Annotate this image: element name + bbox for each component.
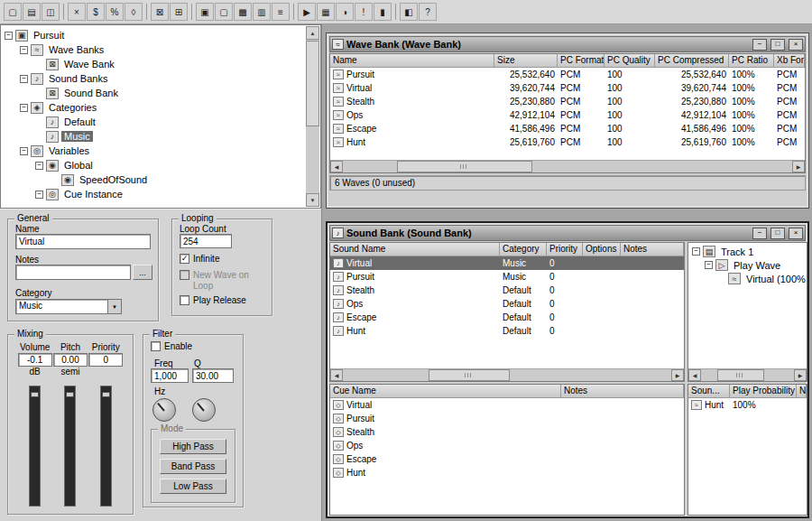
copy-button[interactable]: $ — [87, 3, 105, 21]
sound-row[interactable]: ♪Pursuit Music 0 — [330, 270, 684, 284]
tree-item[interactable]: ◉ SpeedOfSound — [49, 172, 305, 187]
column-header-priority[interactable]: Priority — [547, 243, 583, 256]
minimize-button[interactable]: − — [752, 39, 767, 51]
freq-input[interactable] — [151, 368, 189, 383]
scroll-down-button[interactable]: ▼ — [306, 193, 319, 207]
column-header-cue-sound[interactable]: Soun... — [688, 385, 730, 398]
name-input[interactable] — [15, 234, 151, 249]
open-project-button[interactable]: ▤ — [23, 3, 41, 21]
wave-row[interactable]: ≈Escape 41,586,496 PCM 100 41,586,496 10… — [330, 122, 805, 135]
new-project-button[interactable]: ▢ — [4, 3, 22, 21]
minimize-button[interactable]: − — [752, 228, 767, 239]
freq-knob[interactable] — [152, 398, 176, 422]
scroll-left-button[interactable]: ◀ — [330, 161, 343, 172]
slider-thumb[interactable] — [31, 392, 39, 397]
q-knob[interactable] — [192, 398, 216, 422]
delete-button[interactable]: ◊ — [125, 3, 143, 21]
tree-expander[interactable]: − — [20, 46, 28, 54]
wave-window-titlebar[interactable]: ≈ Wave Bank (Wave Bank) − □ × — [329, 36, 806, 52]
tree-item[interactable]: − ◈ Categories — [18, 100, 305, 115]
new-sound-bank-button[interactable]: ▢ — [215, 3, 233, 21]
tree-expander[interactable]: − — [5, 32, 13, 40]
wave-row[interactable]: ≈Ops 42,912,104 PCM 100 42,912,104 100% … — [330, 108, 805, 122]
cue-sound-row[interactable]: ≈Hunt 100% — [688, 398, 807, 412]
help-button[interactable]: ? — [419, 3, 437, 21]
sound-row[interactable]: ♪Ops Default 0 — [330, 297, 684, 311]
level-meter-button[interactable]: ▮ — [374, 3, 392, 21]
scrollbar-thumb[interactable] — [397, 161, 532, 172]
track-tree-item[interactable]: ≈ Virtual (100% — [715, 272, 807, 285]
volume-slider[interactable] — [29, 386, 41, 507]
column-header-cue-name[interactable]: Cue Name — [330, 385, 561, 398]
play-button[interactable]: ▶ — [298, 3, 316, 21]
dropdown-arrow-icon[interactable]: ▼ — [107, 300, 121, 313]
window-layout-button[interactable]: ◧ — [400, 3, 418, 21]
cue-row[interactable]: ◇Hunt — [330, 466, 684, 479]
notes-browse-button[interactable]: ... — [133, 265, 152, 280]
wave-row[interactable]: ≈Hunt 25,619,760 PCM 100 25,619,760 100%… — [330, 135, 805, 149]
notes-input[interactable] — [15, 265, 131, 280]
tree-item[interactable]: ♪ Music — [33, 129, 305, 144]
scroll-left-button[interactable]: ◀ — [688, 369, 701, 381]
column-header-pc-format[interactable]: PC Format — [558, 54, 604, 68]
track-tree-item[interactable]: − ▷ Play Wave — [703, 258, 807, 272]
column-header-sound-name[interactable]: Sound Name — [330, 243, 500, 256]
high-pass-button[interactable]: High Pass — [160, 439, 226, 454]
play-release-checkbox[interactable]: Play Release — [180, 295, 246, 306]
new-wave-on-loop-checkbox[interactable]: New Wave on Loop — [180, 270, 251, 291]
insert-sound-bank-button[interactable]: ⊞ — [170, 3, 188, 21]
tree-expander[interactable]: − — [20, 104, 28, 112]
sound-window-titlebar[interactable]: ♪ Sound Bank (Sound Bank) − □ × — [329, 225, 806, 241]
maximize-button[interactable]: □ — [770, 39, 785, 51]
sound-row[interactable]: ♪Escape Default 0 — [330, 311, 684, 324]
scrollbar-thumb[interactable] — [717, 369, 764, 381]
new-category-button[interactable]: ≡ — [272, 3, 290, 21]
column-header-pc-ratio[interactable]: PC Ratio — [729, 54, 774, 68]
insert-wave-bank-button[interactable]: ⊠ — [151, 3, 169, 21]
q-input[interactable] — [192, 368, 234, 383]
new-wave-bank-button[interactable]: ▣ — [196, 3, 214, 21]
column-header-n[interactable]: N — [797, 385, 807, 398]
sound-row[interactable]: ♪Hunt Default 0 — [330, 324, 684, 338]
sound-row[interactable]: ♪Stealth Default 0 — [330, 284, 684, 297]
band-pass-button[interactable]: Band Pass — [160, 459, 226, 474]
column-header-pc-compressed[interactable]: PC Compressed — [655, 54, 729, 68]
tree-expander[interactable]: − — [705, 261, 713, 269]
new-sound-button[interactable]: ▥ — [253, 3, 271, 21]
tree-item[interactable]: ⊠ Wave Bank — [33, 57, 305, 71]
track-tree-item[interactable]: − ▤ Track 1 — [690, 245, 807, 258]
close-button[interactable]: × — [789, 228, 803, 239]
column-header-xb-format[interactable]: Xb For — [774, 54, 805, 68]
column-header-pc-quality[interactable]: PC Quality — [604, 54, 655, 68]
pitch-slider[interactable] — [64, 386, 76, 507]
tree-item[interactable]: − ♪ Sound Banks — [18, 71, 305, 86]
volume-input[interactable] — [18, 353, 52, 367]
low-pass-button[interactable]: Low Pass — [160, 479, 226, 494]
cut-button[interactable]: × — [68, 3, 86, 21]
close-button[interactable]: × — [789, 39, 803, 51]
column-header-notes[interactable]: Notes — [621, 243, 684, 256]
cue-row[interactable]: ◇Virtual — [330, 398, 684, 412]
column-header-category[interactable]: Category — [500, 243, 547, 256]
tree-item[interactable]: ⊠ Sound Bank — [33, 86, 305, 100]
scrollbar-thumb[interactable] — [429, 369, 510, 381]
column-header-options[interactable]: Options — [583, 243, 621, 256]
column-header-name[interactable]: Name — [330, 54, 494, 68]
cue-row[interactable]: ◇Pursuit — [330, 412, 684, 425]
priority-slider[interactable] — [100, 386, 112, 507]
filter-enable-checkbox[interactable]: Enable — [151, 341, 192, 352]
scrollbar-thumb[interactable] — [306, 41, 319, 126]
cue-row[interactable]: ◇Stealth — [330, 425, 684, 439]
tree-item[interactable]: − ◎ Variables — [18, 144, 305, 158]
tree-expander[interactable]: − — [692, 247, 700, 256]
scroll-right-button[interactable]: ▶ — [671, 369, 684, 381]
tree-item[interactable]: ♪ Default — [33, 115, 305, 129]
scroll-right-button[interactable]: ▶ — [792, 161, 805, 172]
tree-item[interactable]: − ▣ Pursuit — [3, 28, 305, 42]
loop-count-input[interactable] — [180, 234, 232, 248]
tree-expander[interactable]: − — [20, 75, 28, 83]
scroll-right-button[interactable]: ▶ — [794, 369, 807, 381]
tree-expander[interactable]: − — [35, 162, 43, 170]
column-header-cue-notes[interactable]: Notes — [561, 385, 684, 398]
tree-expander[interactable]: − — [35, 191, 43, 199]
